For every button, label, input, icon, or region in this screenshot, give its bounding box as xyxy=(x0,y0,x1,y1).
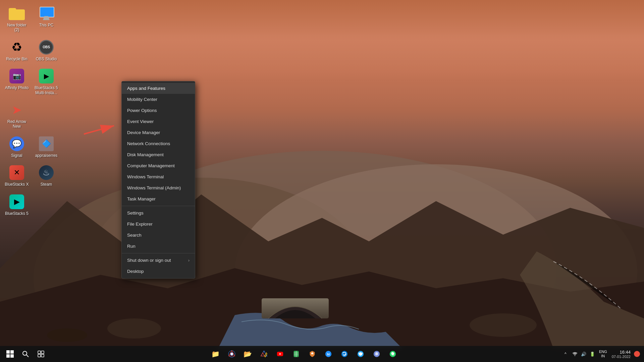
menu-item-settings-label: Settings xyxy=(127,210,144,216)
bluestacksx-label: BlueStacks X xyxy=(5,182,29,187)
red-arrow-label: Red ArrowNew xyxy=(7,119,26,129)
whatsapp-icon xyxy=(389,350,396,358)
desktop-row-2: ♻ Recycle Bin OBS OBS Studio xyxy=(3,37,60,63)
google-drive-icon xyxy=(260,350,268,358)
desktop-row-4: ➤ Red ArrowNew xyxy=(3,100,60,131)
tray-battery-icon[interactable]: 🔋 xyxy=(588,350,596,358)
landscape-svg xyxy=(0,134,644,349)
menu-item-network-connections-label: Network Connections xyxy=(127,141,170,146)
menu-item-windows-terminal[interactable]: Windows Terminal xyxy=(122,171,195,182)
svg-rect-10 xyxy=(10,350,14,354)
language-indicator[interactable]: ENG IN xyxy=(598,350,608,358)
menu-item-disk-management[interactable]: Disk Management xyxy=(122,149,195,160)
taskbar-edge[interactable] xyxy=(337,347,352,361)
menu-item-desktop[interactable]: Desktop xyxy=(122,266,195,277)
menu-separator-2 xyxy=(122,253,195,253)
taskbar-bittorrent[interactable]: bt xyxy=(321,347,336,361)
search-button[interactable] xyxy=(18,347,33,361)
taskbar-folder[interactable]: 📂 xyxy=(240,347,255,361)
red-arrow-icon: ➤ xyxy=(9,102,25,118)
twitter-icon xyxy=(357,350,364,358)
menu-item-task-manager-label: Task Manager xyxy=(127,196,156,201)
svg-rect-18 xyxy=(41,354,44,357)
steam-icon: ♨ xyxy=(38,165,54,181)
menu-item-mobility-center[interactable]: Mobility Center xyxy=(122,94,195,105)
desktop-icon-new-folder[interactable]: New folder(2) xyxy=(3,3,30,35)
menu-item-device-manager-label: Device Manager xyxy=(127,130,160,135)
desktop-icon-bluestacks-multi[interactable]: ▶ BlueStacks 5Multi-Insta... xyxy=(33,66,60,97)
wifi-icon xyxy=(572,351,578,357)
menu-item-task-manager[interactable]: Task Manager xyxy=(122,193,195,204)
desktop-icon-recycle-bin[interactable]: ♻ Recycle Bin xyxy=(3,37,30,63)
notification-indicator[interactable] xyxy=(634,351,640,357)
chrome-icon xyxy=(228,350,235,358)
folder-icon xyxy=(9,5,25,21)
youtube-icon xyxy=(276,350,284,358)
taskbar-twitter[interactable] xyxy=(353,347,368,361)
menu-item-device-manager[interactable]: Device Manager xyxy=(122,127,195,138)
svg-rect-16 xyxy=(41,351,44,354)
menu-item-computer-management[interactable]: Computer Management xyxy=(122,160,195,171)
taskbar-whatsapp[interactable] xyxy=(385,347,400,361)
taskbar-file-explorer[interactable]: 📁 xyxy=(208,347,223,361)
desktop-icon-appraiser[interactable]: 🔷 appraiserres xyxy=(33,134,60,160)
red-arrow-pointer xyxy=(80,121,121,137)
tray-icons-group: 🔊 🔋 xyxy=(571,350,596,358)
signal-icon: 💬 xyxy=(9,136,25,152)
desktop-row-1: New folder(2) This PC xyxy=(3,3,60,35)
menu-item-run[interactable]: Run xyxy=(122,241,195,252)
clock-date: 07-01-2022 xyxy=(612,355,631,359)
menu-item-desktop-label: Desktop xyxy=(127,269,144,274)
menu-item-settings[interactable]: Settings xyxy=(122,207,195,219)
taskbar-discord[interactable] xyxy=(369,347,384,361)
menu-item-windows-terminal-admin[interactable]: Windows Terminal (Admin) xyxy=(122,182,195,193)
menu-item-shutdown-label: Shut down or sign out xyxy=(127,258,171,263)
bluestacksx-icon: ✕ xyxy=(9,165,25,181)
taskbar-brave[interactable] xyxy=(305,347,320,361)
clock[interactable]: 16:44 07-01-2022 xyxy=(610,349,633,359)
desktop-icon-this-pc[interactable]: This PC xyxy=(33,3,60,35)
desktop-icon-bluestacks5[interactable]: ▶ BlueStacks 5 xyxy=(3,192,30,218)
taskbar-chrome[interactable] xyxy=(224,347,239,361)
task-view-button[interactable] xyxy=(34,347,48,361)
taskbar-sheets[interactable] xyxy=(289,347,304,361)
svg-rect-11 xyxy=(6,354,10,358)
menu-item-shutdown[interactable]: Shut down or sign out › xyxy=(122,255,195,266)
svg-point-33 xyxy=(376,354,377,355)
svg-point-4 xyxy=(107,318,161,339)
taskbar-drive[interactable] xyxy=(257,347,271,361)
desktop-icon-bluestacksx[interactable]: ✕ BlueStacks X xyxy=(3,163,30,189)
desktop-icon-obs-studio[interactable]: OBS OBS Studio xyxy=(33,37,60,63)
start-button[interactable] xyxy=(3,347,17,361)
tray-network-icon[interactable] xyxy=(571,350,579,358)
menu-item-apps-features[interactable]: Apps and Features xyxy=(122,83,195,94)
menu-item-windows-terminal-label: Windows Terminal xyxy=(127,174,164,179)
tray-volume-icon[interactable]: 🔊 xyxy=(580,350,588,358)
notification-chevron[interactable]: ^ xyxy=(561,350,570,358)
discord-icon xyxy=(373,350,380,358)
menu-item-power-options[interactable]: Power Options xyxy=(122,105,195,116)
svg-point-34 xyxy=(377,354,378,355)
desktop-icon-red-arrow[interactable]: ➤ Red ArrowNew xyxy=(3,100,30,131)
affinity-label: Affinity Photo xyxy=(5,85,29,90)
taskbar-youtube[interactable] xyxy=(273,347,287,361)
desktop-icon-affinity[interactable]: 📷 Affinity Photo xyxy=(3,66,30,97)
desktop-row-3: 📷 Affinity Photo ▶ BlueStacks 5Multi-Ins… xyxy=(3,66,60,97)
taskbar: 📁 📂 xyxy=(0,346,644,362)
desktop-icon-signal[interactable]: 💬 Signal xyxy=(3,134,30,160)
svg-line-8 xyxy=(84,126,114,134)
menu-item-event-viewer[interactable]: Event Viewer xyxy=(122,116,195,127)
task-view-icon xyxy=(38,351,44,357)
svg-point-13 xyxy=(23,351,27,355)
svg-line-14 xyxy=(26,355,29,357)
desktop-icon-steam[interactable]: ♨ Steam xyxy=(33,163,60,189)
menu-item-search[interactable]: Search xyxy=(122,230,195,241)
menu-item-network-connections[interactable]: Network Connections xyxy=(122,138,195,149)
menu-item-file-explorer[interactable]: File Explorer xyxy=(122,219,195,230)
menu-item-file-explorer-label: File Explorer xyxy=(127,222,153,227)
affinity-icon: 📷 xyxy=(9,68,25,84)
context-menu: Apps and Features Mobility Center Power … xyxy=(121,81,195,279)
menu-item-mobility-center-label: Mobility Center xyxy=(127,97,157,102)
taskbar-left xyxy=(0,347,51,361)
bluestacks5-icon: ▶ xyxy=(9,194,25,210)
